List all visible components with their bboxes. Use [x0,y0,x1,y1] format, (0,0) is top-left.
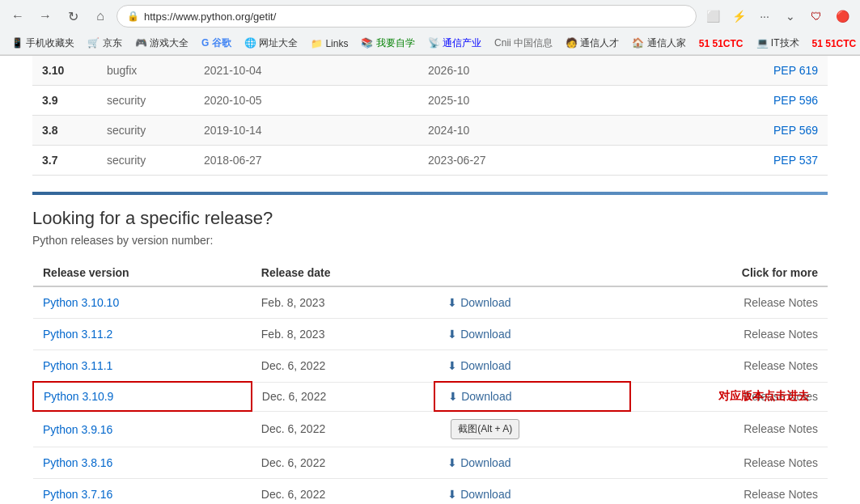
version-3112: Python 3.11.2 [33,319,252,350]
pep-569-link[interactable]: PEP 569 [773,124,818,137]
lightning-button[interactable]: ⚡ [727,5,750,28]
notes-3111-link[interactable]: Release Notes [743,359,818,372]
bookmark-web[interactable]: 🌐 网址大全 [239,35,303,52]
release-row-3111: Python 3.11.1 Dec. 6, 2022 ⬇ Download Re… [33,350,828,383]
download-3816-button[interactable]: ⬇ Download [444,455,514,471]
download-cell-3111: ⬇ Download [434,350,630,383]
eol-310: 2026-10 [418,56,642,86]
download-3716-button[interactable]: ⬇ Download [444,486,514,502]
notes-3109: Release Notes 对应版本点击进去 [630,382,828,411]
menu-button[interactable]: ··· [753,5,776,28]
version-row-37: 3.7 security 2018-06-27 2023-06-27 PEP 5… [32,146,828,176]
date-3716: Dec. 6, 2022 [252,479,434,505]
download-cell-3716: ⬇ Download [434,479,630,505]
notes-3916: Release Notes [630,411,828,447]
notes-3816: Release Notes [630,447,828,479]
version-3916-link[interactable]: Python 3.9.16 [43,423,112,436]
bookmark-telecom-talent[interactable]: 🧑 通信人才 [561,35,624,52]
bookmark-51ctc1[interactable]: 51 51CTC [694,36,748,51]
refresh-button[interactable]: ↻ [61,5,84,28]
version-37: 3.7 [32,146,97,176]
releases-header-row: Release version Release date Click for m… [33,260,828,286]
version-3112-link[interactable]: Python 3.11.2 [43,328,112,341]
annotation-text: 对应版本点击进去 [718,389,809,404]
notes-3716-link[interactable]: Release Notes [743,488,818,501]
version-3716: Python 3.7.16 [33,479,252,505]
browser-toolbar: ← → ↻ ⌂ 🔒 https://www.python.org/getit/ … [0,0,860,32]
version-3111-link[interactable]: Python 3.11.1 [43,359,112,372]
release-date-310: 2021-10-04 [194,56,418,86]
bookmark-telecom-home[interactable]: 🏠 通信人家 [627,35,690,52]
notes-3112: Release Notes [630,319,828,350]
pep-619-link[interactable]: PEP 619 [773,64,818,77]
bookmark-games[interactable]: 🎮 游戏大全 [130,35,193,52]
version-31010-link[interactable]: Python 3.10.10 [43,296,119,309]
version-3716-link[interactable]: Python 3.7.16 [43,488,112,501]
download-icon: ⬇ [447,296,457,309]
download-cell-31010: ⬇ Download [434,286,630,319]
pep-596-link[interactable]: PEP 596 [773,94,818,107]
cast-button[interactable]: ⬜ [701,5,724,28]
lock-icon: 🔒 [127,11,139,22]
download-icon: ⬇ [447,328,457,341]
bookmark-google[interactable]: G 谷歌 [197,35,236,52]
download-3109-button[interactable]: ⬇ Download [445,388,515,404]
release-row-31010: Python 3.10.10 Feb. 8, 2023 ⬇ Download R… [33,286,828,319]
eol-38: 2024-10 [418,116,642,146]
bookmark-jd[interactable]: 🛒 京东 [83,35,126,52]
download-31010-button[interactable]: ⬇ Download [444,294,514,311]
col-version-header: Release version [33,260,252,286]
home-button[interactable]: ⌂ [89,5,112,28]
date-3109: Dec. 6, 2022 [252,382,434,411]
bookmark-it[interactable]: 💻 IT技术 [752,35,804,52]
notes-3112-link[interactable]: Release Notes [743,328,818,341]
bookmarks-bar: 📱 手机收藏夹 🛒 京东 🎮 游戏大全 G 谷歌 🌐 网址大全 📁 Links … [0,32,860,55]
release-date-38: 2019-10-14 [194,116,418,146]
release-row-3112: Python 3.11.2 Feb. 8, 2023 ⬇ Download Re… [33,319,828,350]
version-row-39: 3.9 security 2020-10-05 2025-10 PEP 596 [32,86,828,116]
pep-537-link[interactable]: PEP 537 [773,154,818,167]
date-3112: Feb. 8, 2023 [252,319,434,350]
bookmark-china-info[interactable]: Cnii 中国信息 [489,35,557,52]
download-cell-3112: ⬇ Download [434,319,630,350]
bookmark-study[interactable]: 📚 我要自学 [356,35,419,52]
notes-31010: Release Notes [630,286,828,319]
bookmark-phone[interactable]: 📱 手机收藏夹 [6,35,79,52]
extension1-button[interactable]: 🛡 [805,5,828,28]
version-39: 3.9 [32,86,97,116]
notes-3916-link[interactable]: Release Notes [743,422,818,435]
bookmark-51ctc2[interactable]: 51 51CTC [807,36,860,51]
release-date-37: 2018-06-27 [194,146,418,176]
forward-button[interactable]: → [34,5,57,28]
download-3111-button[interactable]: ⬇ Download [444,358,514,374]
version-3816: Python 3.8.16 [33,447,252,479]
type-37: security [97,146,194,176]
url-text: https://www.python.org/getit/ [144,11,276,23]
chevron-button[interactable]: ⌄ [779,5,802,28]
version-3816-link[interactable]: Python 3.8.16 [43,456,112,469]
download-cell-3816: ⬇ Download [434,447,630,479]
back-button[interactable]: ← [6,5,29,28]
bookmark-links[interactable]: 📁 Links [306,36,353,51]
notes-3111: Release Notes [630,350,828,383]
blue-divider [32,192,828,195]
releases-table: Release version Release date Click for m… [32,260,828,504]
notes-31010-link[interactable]: Release Notes [743,296,818,309]
bookmark-telecom[interactable]: 📡 通信产业 [423,35,486,52]
notes-3716: Release Notes [630,479,828,505]
extension2-button[interactable]: 🔴 [831,5,854,28]
release-row-3109-highlighted: Python 3.10.9 Dec. 6, 2022 ⬇ Download Re… [33,382,828,411]
download-cell-3916: 截图(Alt + A) [434,411,630,447]
version-3111: Python 3.11.1 [33,350,252,383]
col-click-header: Click for more [630,260,828,286]
eol-37: 2023-06-27 [418,146,642,176]
download-3112-button[interactable]: ⬇ Download [444,326,514,342]
release-row-3816: Python 3.8.16 Dec. 6, 2022 ⬇ Download Re… [33,447,828,479]
notes-3816-link[interactable]: Release Notes [743,456,818,469]
page-content: 3.10 bugfix 2021-10-04 2026-10 PEP 619 3… [0,56,860,504]
version-310: 3.10 [32,56,97,86]
browser-actions: ⬜ ⚡ ··· ⌄ 🛡 🔴 [701,5,854,28]
version-3109-link[interactable]: Python 3.10.9 [44,390,113,403]
address-bar[interactable]: 🔒 https://www.python.org/getit/ [117,5,697,28]
type-310: bugfix [97,56,194,86]
